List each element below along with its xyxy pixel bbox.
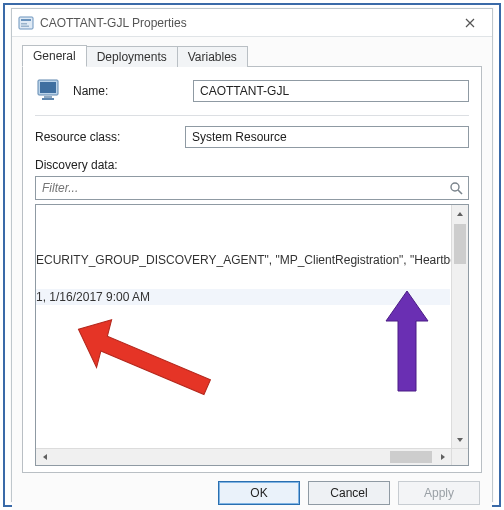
resource-class-field[interactable]	[185, 126, 469, 148]
svg-line-9	[458, 190, 462, 194]
svg-rect-5	[40, 82, 56, 93]
separator	[35, 115, 469, 116]
svg-rect-6	[44, 96, 52, 98]
scroll-corner	[451, 448, 468, 465]
resource-class-label: Resource class:	[35, 130, 185, 144]
tabpanel-general: Name: Resource class: Discovery data: SE…	[22, 67, 482, 473]
properties-icon	[18, 15, 34, 31]
svg-point-8	[451, 183, 459, 191]
resource-class-row: Resource class:	[35, 126, 469, 148]
ok-button[interactable]: OK	[218, 481, 300, 505]
scroll-left-button[interactable]	[36, 449, 53, 465]
filter-wrap	[35, 176, 469, 200]
window-title: CAOTTANT-GJL Properties	[40, 16, 450, 30]
tab-general[interactable]: General	[22, 45, 87, 67]
search-icon[interactable]	[447, 179, 465, 197]
scroll-right-button[interactable]	[434, 449, 451, 465]
properties-dialog: CAOTTANT-GJL Properties General Deployme…	[11, 8, 493, 502]
horizontal-scrollbar[interactable]	[36, 448, 451, 465]
discovery-data-label: Discovery data:	[35, 158, 469, 172]
hscroll-track[interactable]	[53, 449, 434, 465]
vscroll-thumb[interactable]	[454, 224, 466, 264]
apply-button[interactable]: Apply	[398, 481, 480, 505]
hscroll-thumb[interactable]	[390, 451, 432, 463]
discovery-agents-row: SECURITY_GROUP_DISCOVERY_AGENT", "MP_Cli…	[35, 253, 469, 267]
computer-icon	[35, 77, 67, 105]
tab-variables[interactable]: Variables	[177, 46, 248, 67]
filter-input[interactable]	[35, 176, 469, 200]
tabstrip: General Deployments Variables	[22, 45, 482, 67]
close-button[interactable]	[450, 9, 490, 37]
client-area: General Deployments Variables Name:	[12, 37, 492, 473]
vertical-scrollbar[interactable]	[451, 205, 468, 448]
scroll-down-button[interactable]	[452, 431, 468, 448]
name-label: Name:	[73, 84, 193, 98]
titlebar: CAOTTANT-GJL Properties	[12, 9, 492, 37]
svg-rect-2	[21, 23, 27, 25]
dialog-buttons: OK Cancel Apply	[12, 473, 492, 510]
svg-rect-1	[21, 19, 31, 21]
discovery-time-row: 1, 1/16/2017 9:00 AM	[35, 289, 450, 305]
scroll-up-button[interactable]	[452, 205, 468, 222]
name-field[interactable]	[193, 80, 469, 102]
name-row: Name:	[35, 77, 469, 105]
tab-deployments[interactable]: Deployments	[86, 46, 178, 67]
svg-rect-3	[21, 25, 29, 27]
cancel-button[interactable]: Cancel	[308, 481, 390, 505]
vscroll-track[interactable]	[452, 222, 468, 431]
svg-rect-7	[42, 98, 54, 100]
discovery-list[interactable]: SECURITY_GROUP_DISCOVERY_AGENT", "MP_Cli…	[35, 204, 469, 466]
